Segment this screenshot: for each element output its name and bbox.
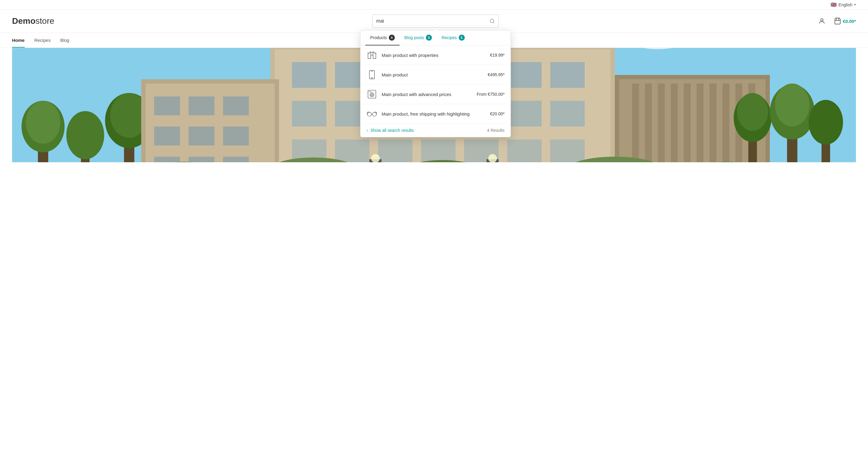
- svg-point-81: [737, 93, 768, 131]
- tab-blog-posts[interactable]: Blog posts 0: [400, 30, 437, 45]
- tab-products[interactable]: Products 4: [365, 30, 399, 45]
- svg-rect-57: [146, 84, 275, 162]
- svg-rect-42: [292, 101, 327, 127]
- language-label: English: [838, 2, 852, 7]
- nav-item-home[interactable]: Home: [12, 33, 25, 47]
- result-item[interactable]: Main product, free shipping with highlig…: [361, 104, 510, 124]
- svg-point-86: [809, 100, 843, 145]
- svg-rect-74: [696, 84, 704, 162]
- result-name: Main product with properties: [381, 53, 490, 58]
- svg-rect-50: [335, 139, 369, 162]
- result-item[interactable]: Main product €495.95*: [361, 65, 510, 84]
- svg-rect-54: [507, 139, 541, 162]
- header-right: €0.00*: [817, 16, 856, 26]
- search-icon: [490, 19, 495, 24]
- flag-icon: 🇬🇧: [831, 2, 837, 7]
- nav-item-recipes[interactable]: Recipes: [34, 33, 51, 47]
- result-item[interactable]: Main product with properties €19.99*: [361, 45, 510, 65]
- product-icon-goggles: [367, 108, 377, 119]
- svg-point-84: [775, 84, 809, 127]
- dropdown-arrow: [433, 28, 438, 30]
- svg-point-10: [367, 112, 371, 116]
- cart-amount: €0.00*: [843, 19, 856, 24]
- svg-point-7: [371, 94, 373, 96]
- svg-point-27: [26, 101, 60, 144]
- search-input[interactable]: [376, 19, 490, 24]
- svg-rect-52: [421, 139, 456, 162]
- svg-rect-47: [507, 101, 541, 127]
- svg-point-4: [372, 77, 373, 78]
- svg-rect-63: [223, 127, 249, 145]
- search-dropdown: Products 4 Blog posts 0 Recipes 5: [360, 30, 511, 137]
- chevron-right-icon: ›: [367, 128, 368, 133]
- tab-blog-posts-badge: 0: [426, 35, 432, 41]
- svg-point-9: [370, 91, 371, 92]
- result-price: €19.99*: [490, 53, 504, 58]
- user-icon: [818, 18, 826, 25]
- result-name: Main product, free shipping with highlig…: [381, 111, 490, 116]
- svg-point-29: [66, 111, 104, 159]
- svg-rect-40: [507, 62, 541, 88]
- svg-rect-48: [550, 101, 585, 127]
- search-container: Products 4 Blog posts 0 Recipes 5: [372, 14, 499, 28]
- show-all-results[interactable]: › Show all search results 4 Results: [361, 124, 510, 137]
- dropdown-tabs: Products 4 Blog posts 0 Recipes 5: [361, 30, 510, 45]
- svg-point-6: [370, 93, 374, 97]
- svg-rect-70: [645, 84, 652, 162]
- cart-button[interactable]: €0.00*: [834, 18, 856, 25]
- svg-rect-71: [658, 84, 665, 162]
- svg-point-12: [821, 19, 823, 21]
- logo[interactable]: Demostore: [12, 16, 54, 26]
- result-price: From €750.00*: [477, 92, 505, 97]
- svg-rect-51: [378, 139, 412, 162]
- svg-rect-62: [189, 127, 215, 145]
- svg-rect-69: [632, 84, 639, 162]
- account-button[interactable]: [817, 16, 827, 26]
- chevron-down-icon: ▾: [854, 3, 856, 7]
- tab-products-badge: 4: [389, 35, 395, 41]
- svg-rect-59: [189, 96, 215, 115]
- svg-point-0: [490, 19, 494, 23]
- svg-rect-76: [722, 84, 730, 162]
- results-count: 4 Results: [487, 128, 504, 133]
- result-name: Main product with advanced prices: [381, 92, 476, 97]
- search-wrapper: Products 4 Blog posts 0 Recipes 5: [66, 14, 805, 28]
- tab-recipes-label: Recipes: [441, 35, 457, 40]
- tab-recipes[interactable]: Recipes 5: [437, 30, 470, 45]
- svg-rect-41: [550, 62, 585, 88]
- show-all-left: › Show all search results: [367, 128, 414, 133]
- product-icon-jacket: [367, 50, 377, 61]
- svg-rect-64: [154, 157, 180, 162]
- language-selector[interactable]: 🇬🇧 English ▾: [831, 2, 856, 7]
- svg-rect-65: [189, 157, 215, 162]
- product-icon-phone: [367, 69, 377, 80]
- svg-line-1: [493, 22, 494, 23]
- tab-blog-posts-label: Blog posts: [404, 35, 424, 40]
- logo-light: store: [36, 16, 54, 26]
- logo-bold: Demo: [12, 16, 36, 26]
- result-item[interactable]: Main product with advanced prices From €…: [361, 84, 510, 104]
- svg-rect-58: [154, 96, 180, 115]
- svg-rect-72: [671, 84, 678, 162]
- show-all-label: Show all search results: [370, 128, 414, 133]
- svg-rect-66: [223, 157, 249, 162]
- svg-rect-61: [154, 127, 180, 145]
- svg-point-11: [373, 112, 376, 116]
- svg-rect-2: [370, 70, 375, 79]
- svg-point-8: [369, 91, 370, 92]
- svg-rect-35: [292, 62, 327, 88]
- search-input-row: [372, 14, 499, 28]
- result-price: €20.00*: [490, 111, 504, 116]
- header: Demostore Products: [0, 10, 868, 33]
- result-name: Main product: [381, 72, 488, 77]
- result-price: €495.95*: [488, 72, 504, 77]
- svg-rect-73: [684, 84, 691, 162]
- svg-rect-55: [550, 139, 585, 162]
- tab-products-label: Products: [370, 35, 387, 40]
- cart-icon: [834, 18, 841, 25]
- top-bar: 🇬🇧 English ▾: [0, 0, 868, 10]
- nav-item-blog[interactable]: Blog: [60, 33, 69, 47]
- svg-rect-60: [223, 96, 249, 115]
- search-button[interactable]: [490, 19, 495, 24]
- tab-recipes-badge: 5: [459, 35, 465, 41]
